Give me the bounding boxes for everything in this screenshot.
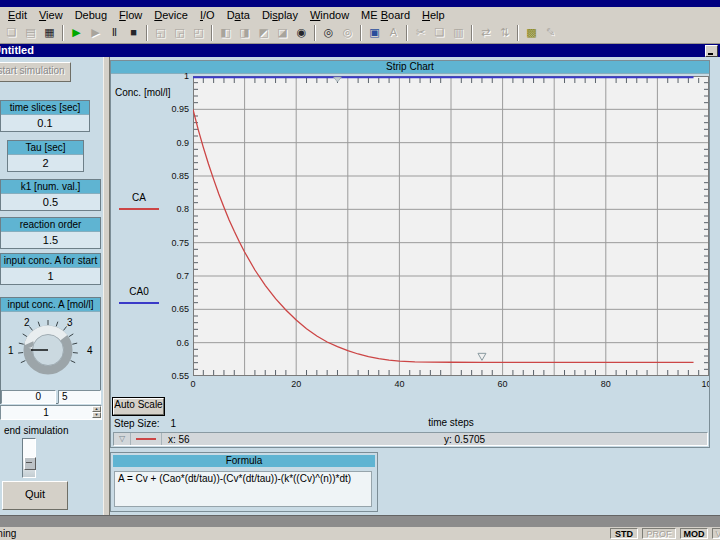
legend-ca-label[interactable]: CA: [119, 192, 159, 203]
toolbar-separator: [517, 25, 519, 41]
status-band: [0, 515, 720, 527]
input-conc-knob-header: input conc. A [mol/l]: [1, 298, 100, 312]
input-conc-start-header: input conc. A for start: [1, 254, 100, 268]
status-cell-std: STD: [610, 528, 638, 539]
toggle-handle[interactable]: [24, 457, 36, 470]
reaction-order-header: reaction order: [1, 218, 100, 232]
formula-expression[interactable]: A = Cv + (Cao*(dt/tau))-(Cv*(dt/tau))-(k…: [114, 471, 372, 507]
font-icon[interactable]: A: [384, 24, 403, 42]
input-conc-knob[interactable]: 1 2 3 4: [1, 312, 101, 389]
picture-icon[interactable]: ▩: [522, 24, 541, 42]
menu-display[interactable]: Display: [256, 9, 304, 21]
save-icon[interactable]: ▤: [21, 24, 40, 42]
x-tick-40: 40: [384, 379, 414, 389]
strip-chart-title: Strip Chart: [111, 61, 709, 74]
marker-trace-icon: [131, 433, 162, 445]
spinner-down-button[interactable]: ▼: [92, 412, 101, 418]
step-size-label: Step Size:: [114, 418, 160, 429]
control-reaction-order: reaction order1.5: [0, 217, 101, 249]
menu-debug[interactable]: Debug: [69, 9, 113, 21]
print-icon[interactable]: ▦: [40, 24, 59, 42]
menu-data[interactable]: Data: [221, 9, 256, 21]
run-icon[interactable]: ▶: [67, 24, 86, 42]
menu-window[interactable]: Window: [304, 9, 355, 21]
redo-icon[interactable]: ⇅: [495, 24, 514, 42]
open-icon[interactable]: ❏: [2, 24, 21, 42]
step-size-value[interactable]: 1: [170, 418, 176, 429]
app-titlebar: [0, 0, 720, 7]
work-area: start simulation input conc. A [mol/l] 1…: [0, 57, 720, 515]
formula-title: Formula: [113, 455, 375, 467]
x-tick-60: 60: [488, 379, 518, 389]
reaction-order-value-field[interactable]: 1.5: [1, 232, 100, 248]
marker-y-readout: y: 0.5705: [444, 434, 485, 445]
paste-icon[interactable]: ▥: [449, 24, 468, 42]
minimize-button[interactable]: [705, 45, 718, 57]
move-down-icon[interactable]: ◨: [235, 24, 254, 42]
properties-icon[interactable]: ▣: [365, 24, 384, 42]
tau-value-field[interactable]: 2: [8, 155, 83, 171]
knob-min-field[interactable]: 0: [1, 390, 56, 404]
y-tick-0.85: 0.85: [147, 171, 189, 181]
panel-divider[interactable]: [103, 57, 110, 515]
k1-value-field[interactable]: 0.5: [1, 194, 100, 210]
y-tick-0.9: 0.9: [147, 138, 189, 148]
marker-triangle-icon[interactable]: ▽: [114, 433, 131, 445]
x-tick-80: 80: [591, 379, 621, 389]
toolbar-separator: [406, 25, 408, 41]
cut-icon[interactable]: ✂: [411, 24, 430, 42]
move-up-icon[interactable]: ◧: [216, 24, 235, 42]
menu-view[interactable]: View: [33, 9, 69, 21]
resume-icon[interactable]: ▶: [86, 24, 105, 42]
marker-info-bar: ▽ x: 56 y: 0.5705: [113, 432, 708, 446]
status-bar: Running STDPROFMODVIEW: [0, 527, 720, 540]
menu-flow[interactable]: Flow: [113, 9, 148, 21]
input-conc-value[interactable]: 1: [1, 406, 91, 419]
step-size-row: Step Size: 1: [114, 418, 176, 429]
application-window: EditViewDebugFlowDeviceI/ODataDisplayWin…: [0, 0, 720, 540]
knob-max-field[interactable]: 5: [58, 390, 101, 404]
minimize-icon: [708, 53, 713, 55]
run-status-text: Running: [0, 527, 16, 540]
y-tick-0.8: 0.8: [147, 204, 189, 214]
add-panel-icon[interactable]: ◰: [189, 24, 208, 42]
status-cell-view: VIEW: [712, 528, 720, 539]
input-conc-value-spinner[interactable]: 1 ▲ ▼: [0, 405, 102, 420]
add-object-icon[interactable]: ◱: [151, 24, 170, 42]
stop-icon[interactable]: ■: [124, 24, 143, 42]
menu-i-o[interactable]: I/O: [194, 9, 221, 21]
web-icon[interactable]: ◉: [292, 24, 311, 42]
copy-icon[interactable]: ❏: [430, 24, 449, 42]
control-input-conc-start: input conc. A for start1: [0, 253, 101, 285]
align-icon[interactable]: ◩: [254, 24, 273, 42]
strip-chart-panel: Strip Chart Conc. [mol/l] CA CA0 Auto Sc…: [110, 60, 710, 448]
marker-x-readout: x: 56: [168, 434, 190, 445]
menu-device[interactable]: Device: [148, 9, 194, 21]
menu-edit[interactable]: Edit: [2, 9, 33, 21]
knob-scale-2: 2: [24, 317, 30, 328]
main-area: Strip Chart Conc. [mol/l] CA CA0 Auto Sc…: [110, 57, 720, 515]
strip-chart-plot[interactable]: [193, 76, 709, 376]
legend-ca0-label[interactable]: CA0: [119, 286, 159, 297]
formula-panel: Formula A = Cv + (Cao*(dt/tau))-(Cv*(dt/…: [110, 452, 378, 512]
menu-me-board[interactable]: ME Board: [355, 9, 416, 21]
auto-scale-button[interactable]: Auto Scale: [113, 398, 164, 415]
quit-button[interactable]: Quit: [2, 481, 68, 510]
control-tau: Tau [sec]2: [7, 140, 84, 172]
toolbar-separator: [211, 25, 213, 41]
end-simulation-toggle[interactable]: [22, 438, 36, 478]
find-icon[interactable]: ◎: [319, 24, 338, 42]
find-next-icon[interactable]: ◎: [338, 24, 357, 42]
menu-help[interactable]: Help: [416, 9, 451, 21]
document-titlebar[interactable]: Untitled: [0, 44, 720, 57]
y-tick-0.7: 0.7: [147, 271, 189, 281]
add-display-icon[interactable]: ◲: [170, 24, 189, 42]
pause-icon[interactable]: Ⅱ: [105, 24, 124, 42]
input-conc-start-value-field[interactable]: 1: [1, 268, 100, 284]
time-slices-value-field[interactable]: 0.1: [1, 115, 89, 131]
y-tick-1: 1: [147, 71, 189, 81]
distribute-icon[interactable]: ◪: [273, 24, 292, 42]
start-simulation-button[interactable]: start simulation: [0, 62, 71, 82]
undo-icon[interactable]: ⇄: [476, 24, 495, 42]
paint-icon[interactable]: ✎: [541, 24, 560, 42]
